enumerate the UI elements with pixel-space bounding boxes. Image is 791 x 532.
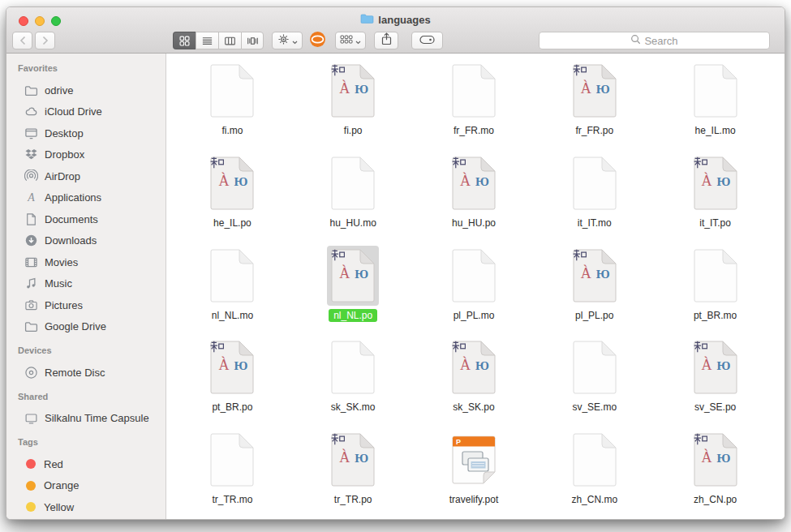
- sidebar-item-orange[interactable]: Orange: [6, 475, 166, 497]
- file-label: fr_FR.po: [575, 125, 613, 136]
- file-sk-sk-po[interactable]: ÀЮsk_SK.po: [414, 337, 535, 430]
- search-input[interactable]: Search: [539, 32, 770, 49]
- sidebar-item-desktop[interactable]: Desktop: [6, 122, 166, 144]
- arrange-button[interactable]: [335, 32, 366, 49]
- file-nl-nl-po[interactable]: ÀЮnl_NL.po: [293, 246, 414, 338]
- sidebar-item-red[interactable]: Red: [6, 453, 166, 475]
- action-menu-button[interactable]: [272, 32, 303, 49]
- file-nl-nl-mo[interactable]: nl_NL.mo: [172, 246, 293, 338]
- sidebar-item-pictures[interactable]: Pictures: [6, 294, 166, 316]
- file-zh-cn-po[interactable]: ÀЮzh_CN.po: [655, 430, 776, 520]
- odrive-toolbar-button[interactable]: [307, 31, 327, 50]
- file-fr-fr-mo[interactable]: fr_FR.mo: [414, 61, 535, 153]
- file-tr-tr-po[interactable]: ÀЮtr_TR.po: [293, 430, 414, 520]
- sidebar-item-label: Pictures: [45, 299, 83, 311]
- file-fr-fr-po[interactable]: ÀЮfr_FR.po: [534, 61, 655, 153]
- file-icon: [327, 337, 379, 397]
- sidebar-item-silkalnu-time-capsule[interactable]: Silkalnu Time Capsule: [6, 408, 166, 430]
- mo-document-icon: [573, 157, 617, 210]
- share-button[interactable]: [374, 32, 398, 49]
- list-view-button[interactable]: [196, 32, 218, 49]
- icon-view-button[interactable]: [173, 32, 196, 49]
- mo-document-icon: [694, 249, 737, 302]
- sidebar-item-airdrop[interactable]: AirDrop: [6, 165, 166, 187]
- cyrillic-glyph: Ю: [475, 360, 489, 372]
- window-title: languages: [6, 13, 785, 26]
- sidebar-section-shared: SharedSilkalnu Time Capsule: [6, 392, 166, 430]
- accent-glyph: À: [581, 266, 591, 281]
- file-icon: ÀЮ: [569, 61, 621, 121]
- file-sv-se-mo[interactable]: sv_SE.mo: [534, 337, 655, 430]
- file-pt-br-mo[interactable]: pt_BR.mo: [655, 246, 776, 338]
- file-fi-po[interactable]: ÀЮfi.po: [293, 61, 414, 153]
- sidebar-item-green[interactable]: Green: [6, 518, 166, 521]
- file-it-it-po[interactable]: ÀЮit_IT.po: [655, 153, 776, 246]
- titlebar[interactable]: languages: [6, 7, 785, 54]
- sidebar-item-label: Yellow: [44, 501, 74, 513]
- dropbox-icon: [24, 148, 38, 161]
- file-label: sk_SK.po: [453, 401, 494, 413]
- sidebar-item-icloud-drive[interactable]: iCloud Drive: [6, 101, 166, 123]
- mo-document-icon: [573, 341, 617, 394]
- sidebar-item-downloads[interactable]: Downloads: [6, 230, 166, 252]
- file-icon: ÀЮ: [690, 337, 742, 397]
- desktop-icon: [24, 127, 38, 140]
- tag-dot-icon: [26, 481, 36, 491]
- accent-glyph: À: [218, 358, 229, 372]
- file-he-il-po[interactable]: ÀЮhe_IL.po: [172, 153, 293, 246]
- file-label: zh_CN.po: [694, 494, 737, 505]
- file-icon: ÀЮ: [206, 153, 258, 213]
- cyrillic-glyph: Ю: [355, 268, 368, 281]
- file-icon: ÀЮ: [690, 430, 742, 490]
- sidebar-section-tags: TagsRedOrangeYellowGreen: [6, 437, 166, 520]
- mo-document-icon: [331, 341, 375, 394]
- mo-document-icon: [452, 64, 496, 118]
- file-pl-pl-mo[interactable]: pl_PL.mo: [414, 246, 535, 338]
- column-view-button[interactable]: [218, 32, 241, 49]
- file-sv-se-po[interactable]: ÀЮsv_SE.po: [655, 337, 776, 430]
- cyrillic-glyph: Ю: [717, 176, 731, 188]
- sidebar-item-google-drive[interactable]: Google Drive: [6, 316, 166, 338]
- file-fi-mo[interactable]: fi.mo: [172, 61, 293, 153]
- cyrillic-glyph: Ю: [234, 360, 247, 372]
- sidebar-item-music[interactable]: Music: [6, 273, 166, 295]
- odrive-icon: [309, 31, 326, 51]
- sidebar-item-remote-disc[interactable]: Remote Disc: [6, 362, 166, 384]
- file-label: travelify.pot: [449, 494, 498, 505]
- file-he-il-mo[interactable]: he_IL.mo: [655, 61, 776, 153]
- file-icon: [448, 61, 500, 121]
- back-button[interactable]: [12, 32, 32, 49]
- sidebar-item-documents[interactable]: Documents: [6, 208, 166, 230]
- file-icon: [448, 246, 500, 306]
- file-icon: ÀЮ: [327, 246, 379, 306]
- sidebar-item-applications[interactable]: AApplications: [6, 187, 166, 209]
- file-label: he_IL.mo: [695, 125, 736, 136]
- sidebar-item-odrive[interactable]: odrive: [6, 79, 166, 101]
- tag-dot-icon: [26, 502, 36, 512]
- file-it-it-mo[interactable]: it_IT.mo: [534, 153, 655, 246]
- toolbar: Search: [6, 31, 785, 50]
- po-document-icon: ÀЮ: [694, 433, 737, 487]
- tags-button[interactable]: [411, 32, 443, 49]
- sidebar-item-yellow[interactable]: Yellow: [6, 496, 166, 518]
- file-sk-sk-mo[interactable]: sk_SK.mo: [293, 337, 414, 430]
- file-zh-cn-mo[interactable]: zh_CN.mo: [534, 430, 655, 520]
- file-hu-hu-po[interactable]: ÀЮhu_HU.po: [414, 153, 535, 246]
- forward-button[interactable]: [35, 32, 55, 49]
- coverflow-view-button[interactable]: [241, 32, 264, 49]
- file-label: hu_HU.po: [452, 217, 496, 229]
- file-travelify-pot[interactable]: Ptravelify.pot: [414, 430, 535, 520]
- sidebar-section-title: Tags: [18, 437, 166, 448]
- sidebar-section-title: Devices: [18, 345, 166, 357]
- sidebar-item-label: Documents: [45, 213, 98, 225]
- file-icon: [569, 430, 621, 490]
- sidebar-item-movies[interactable]: Movies: [6, 251, 166, 273]
- file-label: pt_BR.po: [212, 401, 252, 413]
- file-pt-br-po[interactable]: ÀЮpt_BR.po: [172, 337, 293, 430]
- file-pl-pl-po[interactable]: ÀЮpl_PL.po: [534, 246, 655, 338]
- file-tr-tr-mo[interactable]: tr_TR.mo: [172, 430, 293, 520]
- file-hu-hu-mo[interactable]: hu_HU.mo: [293, 153, 414, 246]
- sidebar-item-label: Silkalnu Time Capsule: [45, 412, 149, 424]
- sidebar-item-dropbox[interactable]: Dropbox: [6, 144, 166, 166]
- file-grid: fi.moÀЮfi.pofr_FR.moÀЮfr_FR.pohe_IL.moÀЮ…: [166, 54, 785, 520]
